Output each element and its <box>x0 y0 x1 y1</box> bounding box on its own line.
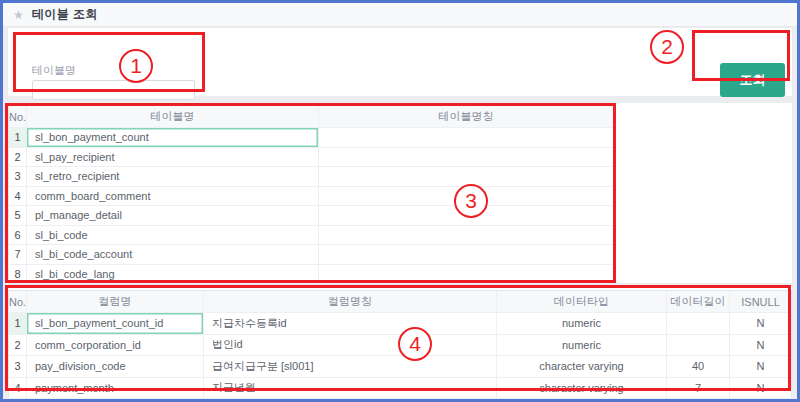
app-window: ★ 테이블 조회 테이블명 조회 No. 테이블명 테이블명칭 1 sl_bon… <box>0 0 800 402</box>
row-no: 2 <box>9 335 27 356</box>
table-row[interactable]: 1 sl_bon_payment_count <box>9 128 613 148</box>
table-title-cell[interactable] <box>319 245 613 264</box>
data-type-cell[interactable]: character varying <box>497 378 667 399</box>
table-name-cell[interactable]: sl_bi_code <box>27 226 319 245</box>
isnull-cell[interactable]: N <box>730 378 791 399</box>
row-no: 4 <box>9 187 27 206</box>
table-title-cell[interactable] <box>319 226 613 245</box>
table-name-cell[interactable]: sl_bi_code_lang <box>27 265 319 284</box>
data-length-cell[interactable] <box>667 313 730 334</box>
table-row[interactable]: 3 sl_retro_recipient <box>9 167 613 187</box>
table-row[interactable]: 6 sl_bi_code <box>9 226 613 246</box>
table-row[interactable]: 7 sl_bi_code_account <box>9 245 613 265</box>
isnull-cell[interactable]: N <box>730 335 791 356</box>
data-length-cell[interactable]: 7 <box>667 378 730 399</box>
header-table-title: 테이블명칭 <box>319 106 613 127</box>
isnull-cell[interactable]: N <box>730 313 791 334</box>
header-column-name: 컬럼명 <box>27 291 204 312</box>
table-name-label: 테이블명 <box>32 63 76 78</box>
row-no: 1 <box>9 128 27 147</box>
header-no: No. <box>9 106 27 127</box>
header-table-name: 테이블명 <box>27 106 319 127</box>
row-no: 3 <box>9 167 27 186</box>
column-row[interactable]: 1 sl_bon_payment_count_id 지급차수등록id numer… <box>9 313 791 335</box>
table-row[interactable]: 8 sl_bi_code_lang <box>9 265 613 285</box>
column-title-cell[interactable]: 법인id <box>204 335 497 356</box>
column-row[interactable]: 3 pay_division_code 급여지급구분 [sl001] chara… <box>9 356 791 378</box>
table-row[interactable]: 4 comm_board_comment <box>9 187 613 207</box>
favorite-star-icon[interactable]: ★ <box>13 8 24 22</box>
table-row[interactable]: 2 sl_pay_recipient <box>9 148 613 168</box>
table-title-cell[interactable] <box>319 187 613 206</box>
row-no: 4 <box>9 378 27 399</box>
table-name-cell[interactable]: comm_board_comment <box>27 187 319 206</box>
row-no: 7 <box>9 245 27 264</box>
table-title-cell[interactable] <box>319 265 613 284</box>
data-type-cell[interactable]: character varying <box>497 356 667 377</box>
column-list-grid: No. 컬럼명 컬럼명칭 데이터타입 데이터길이 ISNULL 1 sl_bon… <box>8 290 792 402</box>
header-column-title: 컬럼명칭 <box>204 291 497 312</box>
table-name-cell[interactable]: pl_manage_detail <box>27 206 319 225</box>
table-title-cell[interactable] <box>319 206 613 225</box>
column-name-cell[interactable]: pay_division_code <box>27 356 204 377</box>
table-list-header-row: No. 테이블명 테이블명칭 <box>9 106 613 128</box>
column-row[interactable]: 4 payment_month 지급년월 character varying 7… <box>9 378 791 400</box>
data-length-cell[interactable]: 40 <box>667 356 730 377</box>
column-row[interactable]: 2 comm_corporation_id 법인id numeric N <box>9 335 791 357</box>
table-list-grid: No. 테이블명 테이블명칭 1 sl_bon_payment_count 2 … <box>8 105 614 285</box>
table-title-cell[interactable] <box>319 167 613 186</box>
data-type-cell[interactable]: numeric <box>497 313 667 334</box>
table-name-cell[interactable]: sl_bon_payment_count <box>27 128 319 147</box>
data-type-cell[interactable]: numeric <box>497 335 667 356</box>
row-no: 1 <box>9 313 27 334</box>
table-name-cell[interactable]: sl_retro_recipient <box>27 167 319 186</box>
row-no: 8 <box>9 265 27 284</box>
header-no: No. <box>9 291 27 312</box>
table-row[interactable]: 5 pl_manage_detail <box>9 206 613 226</box>
row-no: 6 <box>9 226 27 245</box>
table-name-input[interactable] <box>32 80 195 100</box>
column-name-cell[interactable]: comm_corporation_id <box>27 335 204 356</box>
column-title-cell[interactable]: 지급년월 <box>204 378 497 399</box>
row-no: 3 <box>9 356 27 377</box>
row-no: 5 <box>9 206 27 225</box>
search-panel: 테이블명 조회 <box>8 28 792 96</box>
table-title-cell[interactable] <box>319 128 613 147</box>
header-data-type: 데이터타입 <box>497 291 667 312</box>
column-title-cell[interactable]: 급여지급구분 [sl001] <box>204 356 497 377</box>
title-bar: ★ 테이블 조회 <box>3 3 797 27</box>
header-isnull: ISNULL <box>730 291 791 312</box>
column-name-cell[interactable]: sl_bon_payment_count_id <box>27 313 204 334</box>
column-name-cell[interactable]: payment_month <box>27 378 204 399</box>
isnull-cell[interactable]: N <box>730 356 791 377</box>
search-button[interactable]: 조회 <box>720 63 785 97</box>
table-name-cell[interactable]: sl_bi_code_account <box>27 245 319 264</box>
row-no: 2 <box>9 148 27 167</box>
header-data-length: 데이터길이 <box>667 291 730 312</box>
table-name-cell[interactable]: sl_pay_recipient <box>27 148 319 167</box>
column-list-header-row: No. 컬럼명 컬럼명칭 데이터타입 데이터길이 ISNULL <box>9 291 791 313</box>
page-title: 테이블 조회 <box>32 6 98 23</box>
data-length-cell[interactable] <box>667 335 730 356</box>
column-title-cell[interactable]: 지급차수등록id <box>204 313 497 334</box>
table-title-cell[interactable] <box>319 148 613 167</box>
